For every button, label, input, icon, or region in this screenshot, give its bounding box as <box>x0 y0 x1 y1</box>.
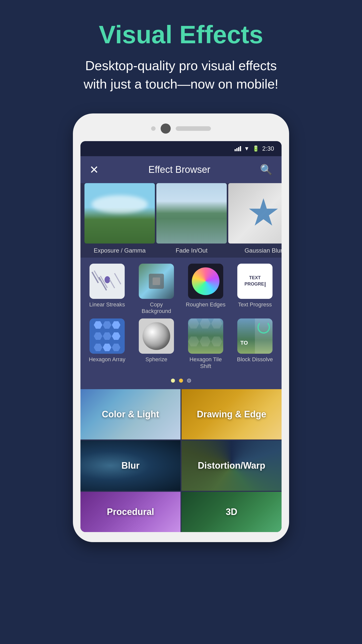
hex-cell <box>94 344 102 351</box>
category-color-light[interactable]: Color & Light <box>80 389 180 439</box>
page-title: Visual Effects <box>84 20 279 49</box>
carousel-item-fade[interactable]: Fade In/Out <box>156 183 227 258</box>
carousel-item-blur[interactable]: Gaussian Blur <box>228 183 282 258</box>
page-header: Visual Effects Desktop-quality pro visua… <box>74 0 289 108</box>
copy-square <box>149 274 164 289</box>
block-dissolve-thumb: TO <box>237 318 273 354</box>
copy-background-thumb <box>139 264 174 299</box>
linear-streaks-label: Linear Streaks <box>89 301 125 308</box>
text-prog-line2: PROGRE <box>244 281 265 287</box>
category-drawing-edge-label: Drawing & Edge <box>197 409 266 420</box>
hexagon-array-label: Hexagon Array <box>89 356 125 363</box>
blur-thumbnail <box>228 183 282 244</box>
page-subtitle: Desktop-quality pro visual effectswith j… <box>84 57 279 93</box>
hex-tile-shift-thumb <box>188 318 223 354</box>
phone-screen: ▼ 🔋 2:30 ✕ Effect Browser 🔍 Exposure / G… <box>80 141 282 532</box>
hex-cell <box>94 321 102 329</box>
hex-cell <box>112 332 120 340</box>
hex-cell <box>103 344 111 351</box>
app-bar-title: Effect Browser <box>148 164 210 175</box>
wifi-icon: ▼ <box>244 145 250 152</box>
category-distortion-label: Distortion/Warp <box>198 460 265 471</box>
fade-image <box>156 183 227 244</box>
text-prog-line1: TEXT <box>249 275 261 280</box>
category-blur[interactable]: Blur <box>80 440 180 491</box>
roughen-edges-thumb <box>188 264 223 299</box>
effect-item-linear-streaks[interactable]: Linear Streaks <box>84 264 130 315</box>
hexagon-array-thumb <box>89 318 125 354</box>
pagination-dot-1[interactable] <box>171 379 175 383</box>
phone-dot <box>151 126 156 131</box>
category-blur-label: Blur <box>121 460 140 471</box>
effect-grid-row2: Hexagon Array Spherize <box>84 318 278 370</box>
effect-item-hex-tile-shift[interactable]: Hexagon TileShift <box>183 318 228 370</box>
hex-cell <box>112 321 120 329</box>
star-shape <box>248 198 279 228</box>
block-dissolve-label: Block Dissolve <box>237 356 273 363</box>
pagination-dots <box>84 374 278 385</box>
hextile-hex <box>211 318 222 329</box>
block-to-text: TO <box>240 340 248 346</box>
phone-top-bar <box>80 124 282 134</box>
close-button[interactable]: ✕ <box>89 163 99 176</box>
effect-item-block-dissolve[interactable]: TO Block Dissolve <box>232 318 278 370</box>
effect-grid-row1: Linear Streaks CopyBackground <box>84 264 278 315</box>
roughen-circle <box>192 267 219 295</box>
streak-line <box>114 273 121 284</box>
signal-icon <box>235 146 241 151</box>
fade-thumbnail <box>156 183 227 244</box>
effect-item-copy-background[interactable]: CopyBackground <box>134 264 179 315</box>
hex-cell <box>112 344 120 351</box>
effect-item-hexagon-array[interactable]: Hexagon Array <box>84 318 130 370</box>
category-drawing-edge[interactable]: Drawing & Edge <box>182 389 282 439</box>
status-time: 2:30 <box>262 145 274 152</box>
blur-image <box>228 183 282 244</box>
search-icon[interactable]: 🔍 <box>260 164 273 176</box>
status-icons: ▼ 🔋 2:30 <box>235 145 274 152</box>
exposure-image <box>84 183 155 244</box>
hex-cell <box>103 332 111 340</box>
effect-item-spherize[interactable]: Spherize <box>134 318 179 370</box>
roughen-edges-label: Roughen Edges <box>186 301 225 308</box>
phone-camera <box>161 124 171 134</box>
battery-icon: 🔋 <box>252 145 259 152</box>
spherize-label: Spherize <box>146 356 167 363</box>
category-grid: Color & Light Drawing & Edge Blur Distor… <box>80 389 282 532</box>
effect-item-roughen-edges[interactable]: Roughen Edges <box>183 264 228 315</box>
hextile-overlay <box>188 318 223 354</box>
hex-cell <box>103 321 111 329</box>
sphere <box>143 322 170 350</box>
hextile-hex <box>188 318 199 329</box>
copy-square-inner <box>153 277 160 285</box>
hex-cell <box>94 332 102 340</box>
hextile-hex <box>188 336 199 346</box>
exposure-label: Exposure / Gamma <box>84 244 155 258</box>
effect-item-text-progress[interactable]: TEXT PROGRE Text Progress <box>232 264 278 315</box>
category-distortion[interactable]: Distortion/Warp <box>182 440 282 491</box>
featured-carousel[interactable]: Exposure / Gamma Fade In/Out Gaussian Bl… <box>80 183 282 258</box>
pagination-dot-3[interactable] <box>187 379 191 383</box>
phone-speaker <box>176 126 211 131</box>
category-procedural[interactable]: Procedural <box>80 492 180 532</box>
pagination-dot-2[interactable] <box>179 379 183 383</box>
category-procedural-label: Procedural <box>107 507 154 517</box>
hex-tile-shift-label: Hexagon TileShift <box>190 356 222 370</box>
streak-line <box>109 279 115 288</box>
hextile-hex <box>200 336 211 346</box>
carousel-item-exposure[interactable]: Exposure / Gamma <box>84 183 155 258</box>
text-progress-label: Text Progress <box>238 301 272 308</box>
exposure-thumbnail <box>84 183 155 244</box>
category-3d[interactable]: 3D <box>182 492 282 532</box>
text-cursor <box>265 282 265 287</box>
status-bar: ▼ 🔋 2:30 <box>80 141 282 156</box>
category-3d-label: 3D <box>226 507 237 517</box>
effect-grid-section: Linear Streaks CopyBackground <box>80 258 282 389</box>
phone-device: ▼ 🔋 2:30 ✕ Effect Browser 🔍 Exposure / G… <box>73 113 289 542</box>
copy-background-label: CopyBackground <box>142 301 171 315</box>
linear-streaks-thumb <box>89 264 125 299</box>
app-bar: ✕ Effect Browser 🔍 <box>80 156 282 183</box>
blur-label: Gaussian Blur <box>228 244 282 258</box>
streak-line <box>94 270 100 281</box>
spherize-thumb <box>139 318 174 354</box>
text-progress-thumb: TEXT PROGRE <box>237 264 273 299</box>
